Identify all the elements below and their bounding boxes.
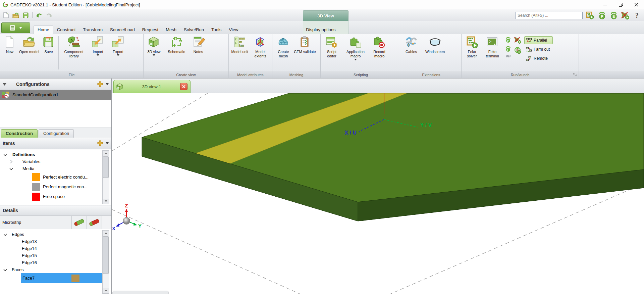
dropdown-arrow-icon[interactable] xyxy=(354,59,357,60)
tab-display-options[interactable]: Display options xyxy=(302,26,339,34)
postfeko-icon[interactable]: P xyxy=(597,11,606,20)
record-macro-button[interactable]: Record macro xyxy=(370,35,389,71)
save-icon[interactable] xyxy=(21,11,30,19)
parallel-button[interactable]: Parallel xyxy=(524,36,553,44)
chevron-down-icon[interactable] xyxy=(106,83,109,85)
export-button[interactable]: Export xyxy=(108,35,128,71)
tree-item-definitions[interactable]: Definitions xyxy=(0,151,111,158)
tree-item-faces[interactable]: Faces xyxy=(0,266,111,273)
tree-item-pec[interactable]: Perfect electric condu... xyxy=(0,172,111,182)
chevron-collapsed-icon[interactable] xyxy=(9,160,13,163)
details-scrollbar[interactable] xyxy=(102,230,109,294)
close-view-icon[interactable] xyxy=(180,83,187,90)
close-button[interactable] xyxy=(629,0,644,9)
model-unit-button[interactable]: mmmkm Model unit xyxy=(230,35,250,71)
run-feko-icon[interactable] xyxy=(586,11,594,20)
restore-button[interactable] xyxy=(613,0,629,9)
scroll-up-icon[interactable] xyxy=(103,231,109,236)
schematic-button[interactable]: Schematic xyxy=(164,35,189,71)
undo-icon[interactable] xyxy=(35,11,43,19)
3d-cube-icon: 3D xyxy=(147,36,161,49)
search-input[interactable] xyxy=(516,12,583,19)
tab-configuration[interactable]: Configuration xyxy=(39,129,74,138)
collapse-arrow-icon[interactable] xyxy=(3,83,6,86)
editfeko-small-icon[interactable]: E xyxy=(505,46,511,52)
hide-pill-button[interactable] xyxy=(87,216,102,229)
component-library-button[interactable]: Component library xyxy=(60,35,88,71)
windscreen-icon xyxy=(428,36,442,49)
cables-button[interactable]: Cables xyxy=(402,35,420,71)
chevron-expanded-icon[interactable] xyxy=(9,167,13,170)
scroll-up-icon[interactable] xyxy=(103,151,109,156)
minimize-button[interactable] xyxy=(598,0,613,9)
editfeko-icon[interactable]: E xyxy=(609,11,618,20)
chevron-expanded-icon[interactable] xyxy=(3,233,7,236)
tab-construct[interactable]: Construct xyxy=(53,26,79,34)
chevron-expanded-icon[interactable] xyxy=(3,268,7,272)
remote-button[interactable]: Remote xyxy=(524,54,553,62)
items-scrollbar[interactable] xyxy=(102,150,109,204)
cem-validate-button[interactable]: CEM validate xyxy=(294,35,316,71)
chevron-expanded-icon[interactable] xyxy=(3,153,7,156)
save-button[interactable]: Save xyxy=(40,35,57,71)
tree-item-pmc[interactable]: Perfect magnetic con... xyxy=(0,182,111,192)
dropdown-arrow-icon[interactable] xyxy=(153,54,155,56)
tab-home[interactable]: Home xyxy=(34,26,53,34)
tree-item-variables[interactable]: Variables xyxy=(0,158,111,165)
script-editor-button[interactable]: Script editor xyxy=(322,35,341,71)
tree-item-face7-selected[interactable]: Face7 xyxy=(21,273,103,283)
add-configuration-icon[interactable] xyxy=(97,81,103,87)
notes-button[interactable]: Notes xyxy=(190,35,207,71)
contextual-tab-header[interactable]: 3D View xyxy=(303,10,348,21)
tree-item-edge15[interactable]: Edge15 xyxy=(0,252,111,259)
feko-solver-button[interactable]: Feko solver xyxy=(463,35,481,71)
application-menu-button[interactable] xyxy=(1,22,30,33)
dropdown-arrow-icon[interactable] xyxy=(97,54,99,56)
tree-item-edges[interactable]: Edges xyxy=(0,231,111,238)
windscreen-button[interactable]: Windscreen xyxy=(421,35,449,71)
redo-icon[interactable] xyxy=(45,11,53,19)
3d-viewport[interactable]: X / U Y / V Z X Y xyxy=(112,93,644,294)
add-item-icon[interactable] xyxy=(97,140,103,146)
tab-solve-run[interactable]: Solve/Run xyxy=(180,26,208,34)
open-model-button[interactable]: Open model xyxy=(19,35,40,71)
3d-view-button[interactable]: 3D 3D view xyxy=(145,35,163,71)
tree-item-edge16[interactable]: Edge16 xyxy=(0,259,111,266)
tree-item-edge13[interactable]: Edge13 xyxy=(0,238,111,245)
dropdown-arrow-icon[interactable] xyxy=(117,54,119,56)
link-icon[interactable] xyxy=(505,55,512,59)
dialog-launcher-icon[interactable] xyxy=(573,73,577,77)
new-button[interactable]: New xyxy=(1,35,18,71)
tab-construction[interactable]: Construction xyxy=(1,129,38,138)
help-icon[interactable]: ? xyxy=(633,11,641,20)
tab-view[interactable]: View xyxy=(225,26,242,34)
tab-transform[interactable]: Transform xyxy=(79,26,106,34)
notes-icon xyxy=(192,36,205,49)
import-button[interactable]: Import xyxy=(88,35,108,71)
stop-solver-small-icon[interactable] xyxy=(514,37,522,44)
tab-source-load[interactable]: Source/Load xyxy=(106,26,139,34)
create-mesh-button[interactable]: Create mesh xyxy=(274,35,293,71)
tree-item-edge14[interactable]: Edge14 xyxy=(0,245,111,252)
tab-mesh[interactable]: Mesh xyxy=(162,26,180,34)
show-pill-button[interactable] xyxy=(71,216,87,229)
view-tab-3d-view-1[interactable]: 3D 3D view 1 xyxy=(113,80,191,93)
tree-item-media[interactable]: Media xyxy=(0,165,111,172)
feko-terminal-button[interactable]: > Feko terminal xyxy=(482,35,503,71)
open-folder-icon[interactable] xyxy=(12,11,20,19)
postfeko-small-icon[interactable]: P xyxy=(505,37,511,43)
tree-item-free-space[interactable]: Free space xyxy=(0,192,111,201)
tab-tools[interactable]: Tools xyxy=(208,26,225,34)
stop-solver-icon[interactable] xyxy=(621,11,630,20)
tab-request[interactable]: Request xyxy=(139,26,162,34)
farm-out-button[interactable]: Farm out xyxy=(524,45,553,53)
scroll-down-icon[interactable] xyxy=(103,199,109,204)
scroll-down-icon[interactable] xyxy=(103,288,109,293)
target-run-icon[interactable] xyxy=(514,47,522,54)
model-extents-button[interactable]: Model extents xyxy=(250,35,271,71)
application-macro-button[interactable]: Application macro xyxy=(342,35,369,71)
collapsed-panel-edge[interactable] xyxy=(113,291,168,294)
new-document-icon[interactable] xyxy=(2,11,10,19)
configuration-row-selected[interactable]: StandardConfiguration1 xyxy=(0,90,111,100)
chevron-down-icon[interactable] xyxy=(106,142,109,144)
